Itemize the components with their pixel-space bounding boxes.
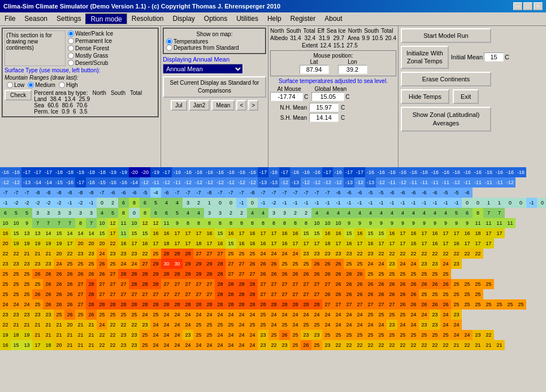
temp-cell: 22 — [397, 249, 408, 259]
temp-cell: 19 — [21, 238, 32, 249]
temp-cell: 27 — [129, 289, 140, 299]
maximize-button[interactable]: □ — [523, 2, 532, 10]
temp-cell: 16 — [279, 238, 290, 249]
temp-cell: 8 — [183, 218, 193, 228]
temp-cell: 27 — [301, 289, 311, 299]
temp-cell: 24 — [150, 330, 161, 340]
jan2-button[interactable]: Jan2 — [189, 100, 210, 111]
temp-cell: 24 — [21, 299, 32, 310]
temp-cell: 25 — [419, 269, 430, 279]
temp-cell: 26 — [43, 269, 54, 279]
temp-cell: -12 — [311, 177, 322, 188]
close-button[interactable]: × — [534, 2, 543, 10]
mouse-pos-title: Mouse position: — [272, 53, 394, 59]
menu-resolution[interactable]: Resolution — [127, 14, 168, 24]
minimize-button[interactable]: — — [513, 2, 522, 10]
temp-cell: 25 — [473, 279, 483, 289]
temp-cell: 4 — [408, 208, 419, 218]
temp-cell: 13 — [21, 340, 32, 350]
radio-low[interactable]: Low — [7, 82, 24, 88]
temp-cell: 29 — [183, 259, 193, 269]
temp-cell: 26 — [440, 299, 451, 310]
initialize-button[interactable]: Initialize WithZonal Temps — [401, 46, 449, 69]
radio-water-pack[interactable]: Water/Pack Ice — [68, 31, 113, 37]
temp-cell: 22 — [107, 340, 118, 350]
temp-cell: -12 — [247, 177, 258, 188]
mean-button[interactable]: Mean — [211, 100, 235, 111]
temp-cell: 28 — [247, 279, 258, 289]
temp-cell: 1 — [483, 198, 494, 208]
radio-temperatures[interactable]: Temperatures — [166, 38, 263, 45]
menu-settings[interactable]: Settings — [52, 14, 85, 24]
set-current-button[interactable]: Set Current Display as Standard for Comp… — [163, 76, 266, 98]
show-zonal-button[interactable]: Show Zonal (Latitudinal)Averages — [401, 107, 491, 132]
temp-cell: 26 — [387, 289, 397, 299]
radio-perm-ice[interactable]: Permanent Ice — [68, 38, 113, 44]
temp-cell: -12 — [11, 177, 21, 188]
sea-north: 60.6 — [47, 102, 58, 108]
temp-cell: 26 — [408, 289, 419, 299]
menu-register[interactable]: Register — [286, 14, 320, 24]
temp-cell: -14 — [129, 177, 140, 188]
temp-cell: 13 — [32, 228, 43, 238]
temp-cell: 23 — [311, 330, 322, 340]
menu-about[interactable]: About — [320, 14, 346, 24]
menu-utilities[interactable]: Utilities — [232, 14, 263, 24]
jul-button[interactable]: Jul — [171, 100, 187, 111]
menu-runmode[interactable]: Run mode — [85, 14, 127, 24]
menu-file[interactable]: File — [0, 14, 20, 24]
radio-high[interactable]: High — [59, 82, 78, 88]
temp-cell: 22 — [376, 340, 387, 350]
menu-season[interactable]: Season — [20, 14, 52, 24]
menu-display[interactable]: Display — [168, 14, 199, 24]
radio-medium[interactable]: Medium — [28, 82, 55, 88]
menu-options[interactable]: Options — [200, 14, 232, 24]
radio-desert-scrub[interactable]: Desert/Scrub — [68, 60, 113, 66]
temp-cell: -6 — [107, 188, 118, 198]
temp-cell: -16 — [0, 167, 11, 177]
erase-continents-button[interactable]: Erase Continents — [401, 72, 491, 86]
temp-cell: 21 — [43, 330, 54, 340]
temp-cell: 6 — [150, 208, 161, 218]
start-model-run-button[interactable]: Start Model Run — [401, 28, 491, 43]
temp-cell: 25 — [107, 310, 118, 320]
temp-cell: 16 — [290, 228, 301, 238]
prev-button[interactable]: < — [236, 100, 246, 111]
temp-cell: 28 — [236, 299, 247, 310]
temp-cell: 28 — [215, 279, 226, 289]
check-button[interactable]: Check — [5, 90, 32, 101]
menu-help[interactable]: Help — [263, 14, 286, 24]
exit-button[interactable]: Exit — [453, 89, 479, 104]
temp-cell: 25 — [344, 259, 354, 269]
temp-cell: 27 — [258, 289, 268, 299]
radio-departures[interactable]: Departures from Standard — [166, 45, 263, 51]
temp-cell: 25 — [54, 310, 64, 320]
temp-cell: 28 — [140, 269, 150, 279]
next-button[interactable]: > — [248, 100, 258, 111]
surface-type-label[interactable]: Surface Type (use mouse, left button): — [5, 67, 156, 73]
temp-cell: -16 — [172, 167, 183, 177]
temp-cell: -16 — [376, 167, 387, 177]
temp-cell: 24 — [451, 330, 462, 340]
temp-cell: -7 — [21, 188, 32, 198]
land-label: Land — [34, 96, 46, 102]
temp-cell: 17 — [258, 228, 268, 238]
initial-mean-input[interactable] — [484, 53, 504, 62]
temp-cell: 25 — [397, 269, 408, 279]
temp-cell: -12 — [376, 177, 387, 188]
temp-cell: -16 — [473, 167, 483, 177]
temp-cell: -1 — [344, 198, 354, 208]
temp-cell: 27 — [118, 279, 129, 289]
hide-temps-button[interactable]: Hide Temps — [401, 89, 449, 104]
temp-cell: -16 — [333, 167, 344, 177]
radio-mostly-grass[interactable]: Mostly Grass — [68, 53, 113, 59]
temp-cell: 27 — [193, 289, 204, 299]
temp-cell: 22 — [408, 249, 419, 259]
temp-cell: 16 — [279, 228, 290, 238]
nh-mean-value: 15.97 — [309, 103, 339, 112]
temp-cell: -1 — [290, 198, 301, 208]
annual-mean-select[interactable]: Annual Mean January February — [163, 64, 243, 74]
temp-cell: 25 — [64, 259, 75, 269]
radio-dense-forest[interactable]: Dense Forest — [68, 45, 113, 51]
temp-cell: -17 — [43, 167, 54, 177]
